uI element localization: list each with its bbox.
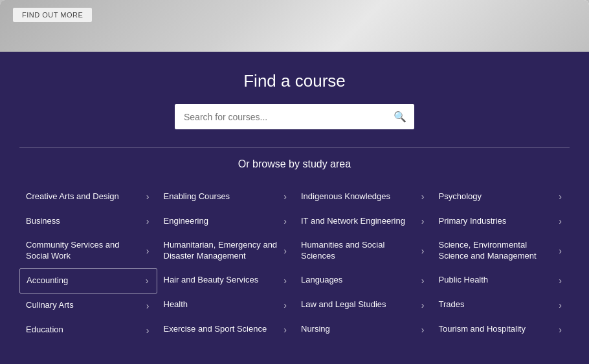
chevron-right-icon: › — [421, 191, 425, 202]
study-item-label: Law and Legal Studies — [301, 299, 417, 310]
study-item[interactable]: Community Services and Social Work› — [19, 233, 157, 268]
study-item-label: Tourism and Hospitality — [439, 324, 555, 335]
chevron-right-icon: › — [559, 216, 562, 226]
study-col-1: Enabling Courses›Engineering›Humanitaria… — [157, 184, 295, 343]
study-item[interactable]: Psychology› — [432, 184, 570, 209]
study-item-label: Culinary Arts — [26, 300, 142, 311]
study-item-label: Education — [26, 325, 142, 336]
study-col-2: Indigenous Knowledges›IT and Network Eng… — [294, 184, 432, 343]
study-item[interactable]: Culinary Arts› — [19, 294, 157, 318]
chevron-right-icon: › — [421, 275, 425, 286]
study-grid: Creative Arts and Design›Business›Commun… — [19, 184, 570, 343]
search-input[interactable] — [175, 105, 386, 129]
chevron-right-icon: › — [421, 325, 425, 335]
study-item-label: IT and Network Engineering — [301, 216, 417, 227]
chevron-right-icon: › — [146, 216, 150, 226]
study-item[interactable]: Accounting› — [19, 268, 157, 294]
study-item[interactable]: Law and Legal Studies› — [294, 293, 432, 317]
study-item[interactable]: Humanities and Social Sciences› — [294, 233, 432, 268]
study-item-label: Creative Arts and Design — [26, 191, 142, 202]
divider — [19, 147, 570, 148]
chevron-right-icon: › — [283, 300, 287, 310]
study-item[interactable]: Science, Environmental Science and Manag… — [432, 233, 570, 268]
study-item[interactable]: Trades› — [432, 293, 570, 317]
study-item[interactable]: Education› — [19, 318, 157, 343]
page-title: Find a course — [19, 71, 570, 91]
study-item-label: Hair and Beauty Services — [164, 275, 280, 286]
chevron-right-icon: › — [283, 275, 287, 286]
study-item-label: Indigenous Knowledges — [301, 191, 417, 202]
study-item-label: Engineering — [164, 216, 280, 227]
study-item-label: Languages — [301, 275, 417, 286]
study-item-label: Exercise and Sport Science — [164, 324, 280, 335]
chevron-right-icon: › — [283, 325, 287, 335]
study-item-label: Humanities and Social Sciences — [301, 240, 417, 262]
study-item-label: Psychology — [439, 191, 555, 202]
chevron-right-icon: › — [559, 246, 562, 256]
chevron-right-icon: › — [146, 246, 150, 256]
main-section: Find a course 🔍 Or browse by study area … — [0, 52, 589, 364]
study-item[interactable]: Hair and Beauty Services› — [157, 268, 295, 293]
page-wrapper: FIND OUT MORE Find a course 🔍 Or browse … — [0, 0, 589, 364]
search-icon: 🔍 — [394, 111, 406, 122]
chevron-right-icon: › — [421, 246, 425, 256]
study-item-label: Primary Industries — [439, 216, 555, 227]
study-item[interactable]: Creative Arts and Design› — [19, 184, 157, 209]
chevron-right-icon: › — [283, 191, 287, 202]
study-item-label: Community Services and Social Work — [26, 240, 142, 262]
chevron-right-icon: › — [146, 325, 150, 336]
study-item-label: Trades — [439, 299, 555, 310]
study-item[interactable]: Business› — [19, 209, 157, 233]
study-item[interactable]: Languages› — [294, 268, 432, 293]
study-item[interactable]: Primary Industries› — [432, 209, 570, 233]
study-item-label: Nursing — [301, 324, 417, 335]
study-item[interactable]: Tourism and Hospitality› — [432, 317, 570, 342]
chevron-right-icon: › — [283, 246, 287, 256]
study-item[interactable]: Public Health› — [432, 268, 570, 293]
study-item-label: Public Health — [439, 275, 555, 286]
study-item-label: Humanitarian, Emergency and Disaster Man… — [164, 240, 280, 262]
chevron-right-icon: › — [559, 300, 562, 310]
study-col-3: Psychology›Primary Industries›Science, E… — [432, 184, 570, 343]
chevron-right-icon: › — [146, 301, 150, 311]
study-item[interactable]: Engineering› — [157, 209, 295, 233]
study-item-label: Health — [164, 299, 280, 310]
study-item[interactable]: Health› — [157, 293, 295, 317]
chevron-right-icon: › — [421, 300, 425, 310]
chevron-right-icon: › — [421, 216, 425, 226]
study-item[interactable]: Exercise and Sport Science› — [157, 317, 295, 342]
search-wrapper: 🔍 — [19, 104, 570, 129]
search-button[interactable]: 🔍 — [386, 104, 414, 129]
find-out-more-button[interactable]: FIND OUT MORE — [13, 8, 92, 22]
study-item-label: Accounting — [27, 275, 142, 286]
chevron-right-icon: › — [559, 275, 562, 286]
study-item-label: Business — [26, 216, 142, 227]
study-item-label: Science, Environmental Science and Manag… — [439, 240, 555, 262]
chevron-right-icon: › — [146, 275, 149, 286]
hero-section: FIND OUT MORE — [0, 0, 589, 52]
chevron-right-icon: › — [146, 191, 150, 202]
study-col-0: Creative Arts and Design›Business›Commun… — [19, 184, 157, 343]
browse-label: Or browse by study area — [19, 158, 570, 170]
chevron-right-icon: › — [559, 191, 562, 202]
study-item[interactable]: Indigenous Knowledges› — [294, 184, 432, 209]
search-bar: 🔍 — [175, 104, 414, 129]
study-item[interactable]: IT and Network Engineering› — [294, 209, 432, 233]
study-item[interactable]: Enabling Courses› — [157, 184, 295, 209]
chevron-right-icon: › — [559, 325, 562, 335]
study-item-label: Enabling Courses — [164, 191, 280, 202]
study-item[interactable]: Nursing› — [294, 317, 432, 342]
study-item[interactable]: Humanitarian, Emergency and Disaster Man… — [157, 233, 295, 268]
chevron-right-icon: › — [283, 216, 287, 226]
